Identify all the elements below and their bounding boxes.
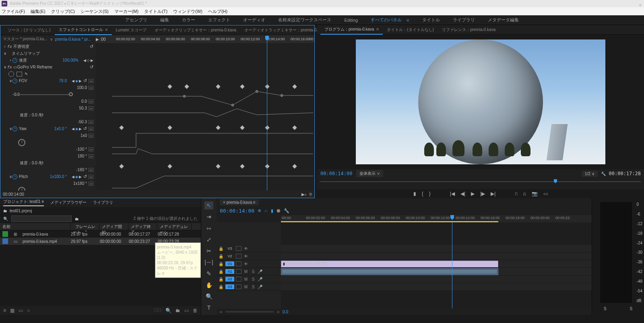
fov-slider[interactable]	[69, 92, 73, 96]
export-icon[interactable]: ⎘	[310, 192, 312, 197]
workspace-effects[interactable]: エフェクト	[208, 17, 230, 23]
track-target[interactable]: A3	[225, 284, 234, 289]
effect-timeline[interactable]: ▶ :00 00:00:02:00 00:00:04:00 00:00:06:0…	[96, 35, 314, 190]
play-icon[interactable]: ▶	[471, 191, 475, 197]
menu-marker[interactable]: マーカー(M)	[114, 8, 139, 14]
mark-out-icon[interactable]: }	[429, 191, 431, 197]
prop-time-remap[interactable]: タイムリマップ	[12, 51, 40, 56]
workspace-audio[interactable]: オーディオ	[243, 17, 265, 23]
zoom-tool-icon[interactable]: 🔍	[204, 292, 213, 300]
label-color[interactable]	[2, 231, 8, 237]
track-target[interactable]: A1	[225, 269, 234, 274]
voiceover-icon[interactable]: 🎤	[258, 269, 262, 274]
export-frame-icon[interactable]: 📷	[532, 191, 538, 197]
sync-lock-icon[interactable]	[236, 254, 242, 259]
sync-lock-icon[interactable]	[236, 269, 242, 274]
solo-channel[interactable]: S	[630, 306, 632, 311]
icon-view-icon[interactable]: ▦	[10, 308, 14, 313]
menu-help[interactable]: ヘルプ(H)	[208, 8, 227, 14]
mark-in-icon[interactable]: {	[422, 191, 423, 197]
sync-lock-icon[interactable]	[236, 284, 242, 289]
program-zoom-select[interactable]: 全体表示 ∨	[356, 170, 383, 177]
menu-window[interactable]: ウィンドウ(W)	[173, 8, 202, 14]
wrench-icon[interactable]: 🔧	[284, 208, 289, 213]
type-tool-icon[interactable]: T	[204, 304, 213, 312]
lock-icon[interactable]: 🔒	[218, 246, 224, 251]
prop-speed[interactable]: 速度	[19, 58, 27, 63]
snap-icon[interactable]: ❄	[258, 208, 261, 213]
loop-icon[interactable]: ▶₀	[301, 192, 306, 197]
workspace-assembly[interactable]: アセンブリ	[125, 17, 147, 23]
prop-gopro-reframe[interactable]: GoPro VR Reframe	[17, 65, 52, 69]
tab-audio-clip-mixer[interactable]: オーディオクリップミキサー：premia-0.kava	[151, 26, 240, 35]
razor-tool-icon[interactable]: ✂	[204, 247, 213, 255]
new-item-icon[interactable]: ▭	[184, 308, 189, 313]
step-forward-icon[interactable]: |▶	[480, 191, 485, 197]
menu-edit[interactable]: 編集(E)	[31, 8, 45, 14]
timeline-ruler[interactable]: :00:00 00:00:02:00 00:00:04:00 00:00:06:…	[281, 215, 592, 222]
playback-resolution[interactable]: 1/2 ∨	[582, 171, 598, 177]
stopwatch-icon[interactable]	[12, 79, 17, 83]
mask-pen-icon[interactable]: ✎	[25, 72, 28, 76]
pitch-value[interactable]: 1x100.0 °	[50, 174, 67, 179]
ripple-edit-tool-icon[interactable]: ⇿	[204, 224, 213, 232]
workspace-titles[interactable]: タイトル	[422, 17, 440, 23]
settings-icon[interactable]: ⬣	[277, 208, 281, 213]
prop-opacity[interactable]: 不透明度	[13, 44, 29, 50]
linked-selection-icon[interactable]: ∩	[264, 208, 268, 213]
tab-reference[interactable]: リファレンス：premia-0.kava	[438, 25, 500, 34]
timeline-current-tc[interactable]: 00:00:14:00	[220, 208, 254, 214]
solo-channel[interactable]: S	[604, 306, 607, 311]
workspace-metadata[interactable]: メタデータ編集	[488, 17, 519, 23]
track-select-tool-icon[interactable]: ⇥	[204, 213, 213, 221]
program-scrubber[interactable]	[320, 178, 641, 185]
menu-file[interactable]: ファイル(F)	[2, 8, 25, 14]
menu-sequence[interactable]: シーケンス(S)	[80, 8, 109, 14]
zoom-slider[interactable]: ○	[27, 308, 30, 313]
eye-icon[interactable]: 👁	[243, 262, 249, 266]
tab-lumetri-scopes[interactable]: Lumetri スコープ	[112, 26, 151, 35]
lock-icon[interactable]: 🔒	[218, 277, 224, 282]
freeform-view-icon[interactable]: ▭	[19, 308, 23, 313]
workspace-editing-jp[interactable]: 編集	[160, 17, 169, 23]
menu-clip[interactable]: クリップ(C)	[51, 8, 75, 14]
angle-control-icon[interactable]	[18, 187, 25, 191]
sync-lock-icon[interactable]	[236, 277, 242, 282]
lock-icon[interactable]: 🔒	[218, 262, 224, 266]
timeline-zoom-slider[interactable]	[225, 311, 274, 313]
lock-icon[interactable]: 🔒	[218, 285, 224, 289]
voiceover-icon[interactable]: 🎤	[258, 285, 262, 289]
eye-icon[interactable]: 👁	[243, 254, 249, 259]
add-marker-icon[interactable]: ▮	[413, 191, 416, 197]
find-icon[interactable]: 🔍	[165, 308, 171, 313]
prop-pitch[interactable]: Pitch	[19, 174, 28, 179]
marker-icon[interactable]: ▮	[271, 208, 273, 213]
tab-program[interactable]: プログラム：premia-0.kava≡	[320, 25, 383, 35]
auto-match-icon[interactable]: ⬚⬚	[154, 308, 161, 313]
lock-icon[interactable]: 🔒	[218, 269, 224, 274]
timeline-tracks[interactable]: ▮ premia-0.kava.mp4 [V]	[281, 222, 592, 309]
track-target[interactable]: V3	[225, 246, 234, 251]
effect-playhead[interactable]	[267, 35, 267, 190]
tab-media-browser[interactable]: メディアブラウザー	[50, 200, 87, 205]
prop-fov[interactable]: FOV	[19, 79, 27, 83]
menu-title[interactable]: タイトル(T)	[144, 8, 167, 14]
workspace-editing[interactable]: Editing	[344, 18, 358, 23]
fov-value[interactable]: 78.0	[59, 79, 67, 83]
search-icon[interactable]: 🔍	[3, 217, 8, 221]
label-color[interactable]	[2, 238, 8, 244]
audio-clip[interactable]	[281, 268, 498, 275]
slip-tool-icon[interactable]: |↔|	[204, 258, 213, 266]
voiceover-icon[interactable]: 🎤	[258, 277, 262, 282]
step-back-icon[interactable]: ◀|	[460, 191, 465, 197]
mask-ellipse-icon[interactable]	[8, 71, 14, 77]
sync-lock-icon[interactable]	[236, 261, 242, 266]
go-to-out-icon[interactable]: ▶|	[491, 191, 495, 197]
sync-lock-icon[interactable]	[236, 246, 242, 251]
effect-time-ruler[interactable]: ▶ :00 00:00:02:00 00:00:04:00 00:00:06:0…	[96, 35, 314, 43]
timeline-playhead[interactable]	[452, 222, 452, 309]
new-bin-icon[interactable]: 🖿	[175, 308, 180, 313]
stopwatch-icon[interactable]	[12, 58, 17, 63]
sequence-clip-link[interactable]: premia-0.kava * pr...	[55, 37, 91, 41]
workspace-menu-icon[interactable]: ≡	[407, 18, 409, 23]
